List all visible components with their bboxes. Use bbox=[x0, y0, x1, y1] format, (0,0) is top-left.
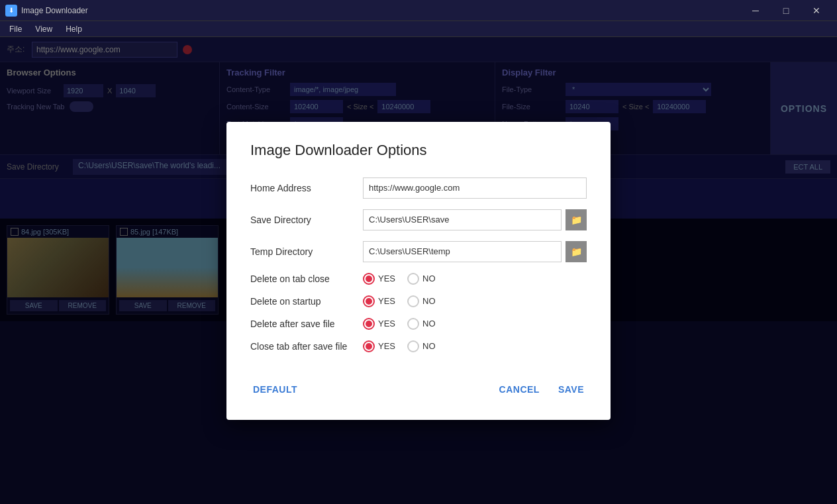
save-directory-field: 📁 bbox=[363, 209, 587, 230]
delete-on-startup-yes[interactable]: YES bbox=[363, 295, 395, 307]
save-directory-row: Save Directory 📁 bbox=[250, 209, 587, 230]
save-directory-browse-button[interactable]: 📁 bbox=[566, 209, 587, 230]
delete-after-save-group: YES NO bbox=[363, 318, 436, 330]
save-directory-input[interactable] bbox=[363, 209, 562, 230]
yes-label: YES bbox=[378, 296, 395, 306]
app-title: Image Downloader bbox=[21, 6, 740, 15]
menu-file[interactable]: File bbox=[3, 23, 28, 35]
radio-yes-inner bbox=[366, 343, 372, 350]
delete-on-startup-group: YES NO bbox=[363, 295, 436, 307]
temp-directory-field: 📁 bbox=[363, 241, 587, 262]
menu-view[interactable]: View bbox=[28, 23, 59, 35]
save-button[interactable]: SAVE bbox=[556, 379, 587, 400]
radio-yes-inner bbox=[366, 321, 372, 327]
delete-after-save-yes[interactable]: YES bbox=[363, 318, 395, 330]
no-label: NO bbox=[422, 296, 436, 306]
yes-label: YES bbox=[378, 274, 395, 283]
close-tab-after-save-no[interactable]: NO bbox=[407, 340, 436, 352]
temp-directory-row: Temp Directory 📁 bbox=[250, 241, 587, 262]
radio-no-outer bbox=[407, 273, 419, 285]
radio-yes-outer bbox=[363, 318, 375, 330]
home-address-row: Home Address bbox=[250, 177, 587, 199]
radio-yes-outer bbox=[363, 340, 375, 352]
close-tab-after-save-group: YES NO bbox=[363, 340, 436, 352]
cancel-button[interactable]: CANCEL bbox=[489, 379, 550, 400]
temp-directory-input[interactable] bbox=[363, 241, 562, 262]
yes-label: YES bbox=[378, 319, 395, 328]
radio-yes-outer bbox=[363, 295, 375, 307]
delete-on-tab-close-label: Delete on tab close bbox=[250, 274, 363, 284]
menu-help[interactable]: Help bbox=[59, 23, 89, 35]
dialog-footer: DEFAULT CANCEL SAVE bbox=[250, 374, 587, 400]
close-button[interactable]: ✕ bbox=[801, 0, 832, 21]
dialog-right-buttons: CANCEL SAVE bbox=[489, 379, 587, 400]
delete-after-save-label: Delete after save file bbox=[250, 319, 363, 329]
modal-overlay: Image Downloader Options Home Address Sa… bbox=[0, 37, 837, 504]
radio-no-outer bbox=[407, 318, 419, 330]
default-button[interactable]: DEFAULT bbox=[250, 379, 300, 400]
yes-label: YES bbox=[378, 341, 395, 351]
delete-on-tab-close-no[interactable]: NO bbox=[407, 273, 436, 285]
maximize-button[interactable]: □ bbox=[771, 0, 801, 21]
radio-yes-inner bbox=[366, 298, 372, 305]
radio-no-outer bbox=[407, 295, 419, 307]
delete-after-save-no[interactable]: NO bbox=[407, 318, 436, 330]
folder-icon: 📁 bbox=[571, 215, 582, 225]
options-dialog: Image Downloader Options Home Address Sa… bbox=[226, 122, 611, 420]
minimize-button[interactable]: ─ bbox=[740, 0, 771, 21]
no-label: NO bbox=[422, 319, 436, 328]
main-content: 주소: Browser Options Viewport Size X Trac… bbox=[0, 37, 837, 504]
close-tab-after-save-yes[interactable]: YES bbox=[363, 340, 395, 352]
window-controls: ─ □ ✕ bbox=[740, 0, 832, 21]
delete-on-startup-no[interactable]: NO bbox=[407, 295, 436, 307]
delete-on-tab-close-group: YES NO bbox=[363, 273, 436, 285]
no-label: NO bbox=[422, 274, 436, 283]
radio-no-outer bbox=[407, 340, 419, 352]
folder-icon: 📁 bbox=[571, 246, 582, 257]
menubar: File View Help bbox=[0, 21, 837, 37]
delete-on-startup-label: Delete on startup bbox=[250, 296, 363, 307]
delete-on-tab-close-row: Delete on tab close YES NO bbox=[250, 273, 587, 285]
titlebar: ⬇ Image Downloader ─ □ ✕ bbox=[0, 0, 837, 21]
delete-on-tab-close-yes[interactable]: YES bbox=[363, 273, 395, 285]
delete-after-save-row: Delete after save file YES NO bbox=[250, 318, 587, 330]
home-address-label: Home Address bbox=[250, 183, 363, 193]
home-address-input[interactable] bbox=[363, 177, 587, 199]
delete-on-startup-row: Delete on startup YES NO bbox=[250, 295, 587, 307]
close-tab-after-save-row: Close tab after save file YES NO bbox=[250, 340, 587, 352]
temp-directory-browse-button[interactable]: 📁 bbox=[566, 241, 587, 262]
close-tab-after-save-label: Close tab after save file bbox=[250, 341, 363, 352]
save-directory-label: Save Directory bbox=[250, 215, 363, 225]
dialog-title: Image Downloader Options bbox=[250, 142, 587, 159]
no-label: NO bbox=[422, 341, 436, 351]
radio-yes-inner bbox=[366, 276, 372, 282]
temp-directory-label: Temp Directory bbox=[250, 246, 363, 257]
radio-yes-outer bbox=[363, 273, 375, 285]
app-icon: ⬇ bbox=[5, 5, 17, 17]
